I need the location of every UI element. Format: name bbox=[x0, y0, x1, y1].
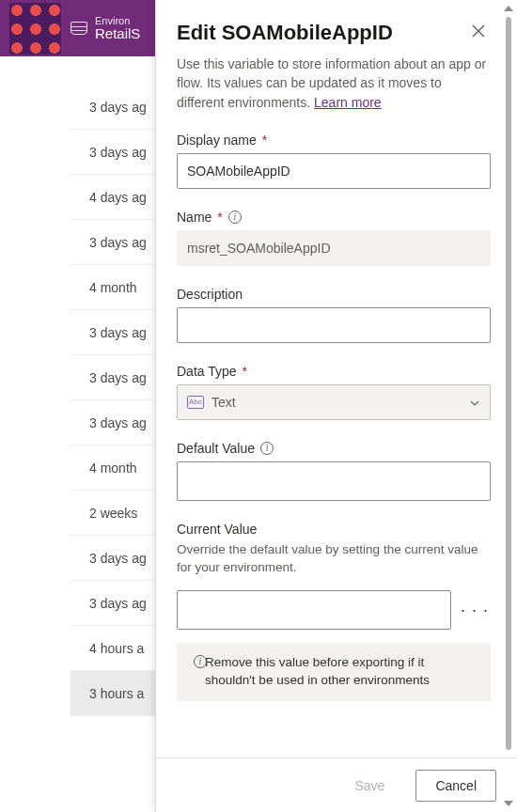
display-name-label: Display name bbox=[177, 133, 257, 148]
scroll-up-icon[interactable] bbox=[504, 6, 513, 11]
info-icon[interactable]: i bbox=[260, 442, 274, 455]
cancel-button[interactable]: Cancel bbox=[415, 770, 496, 802]
display-name-input[interactable] bbox=[177, 153, 491, 189]
data-type-value: Text bbox=[212, 395, 236, 410]
required-icon: * bbox=[217, 210, 222, 225]
env-label: Environ bbox=[95, 15, 140, 26]
data-type-select[interactable]: Abc Text bbox=[177, 384, 491, 420]
description-label: Description bbox=[177, 287, 243, 302]
more-button[interactable]: · · · bbox=[459, 601, 491, 620]
panel-description: Use this variable to store information a… bbox=[177, 55, 491, 112]
default-value-input[interactable] bbox=[177, 461, 491, 501]
panel-title: Edit SOAMobileAppID bbox=[177, 21, 393, 45]
description-input[interactable] bbox=[177, 307, 491, 343]
current-value-label: Current Value bbox=[177, 522, 257, 537]
current-value-note-text: Remove this value before exporting if it… bbox=[205, 655, 430, 687]
save-button[interactable]: Save bbox=[335, 770, 404, 802]
current-value-input[interactable] bbox=[177, 590, 451, 630]
scroll-down-icon[interactable] bbox=[504, 801, 513, 806]
required-icon: * bbox=[262, 133, 267, 148]
scrollbar[interactable] bbox=[504, 6, 513, 806]
edit-variable-panel: Edit SOAMobileAppID Use this variable to… bbox=[155, 0, 517, 812]
current-value-note: i Remove this value before exporting if … bbox=[177, 643, 491, 701]
info-icon[interactable]: i bbox=[228, 211, 242, 224]
default-value-label: Default Value bbox=[177, 441, 255, 456]
app-logo bbox=[9, 3, 61, 55]
required-icon: * bbox=[243, 364, 247, 379]
name-input bbox=[177, 230, 491, 266]
grid-icon bbox=[70, 22, 87, 35]
data-type-label: Data Type bbox=[177, 364, 237, 379]
panel-footer: Save Cancel bbox=[156, 757, 517, 812]
env-name: RetailS bbox=[95, 26, 140, 42]
name-label: Name bbox=[177, 210, 212, 225]
current-value-help: Override the default value by setting th… bbox=[177, 540, 491, 577]
learn-more-link[interactable]: Learn more bbox=[314, 95, 382, 110]
info-icon: i bbox=[194, 655, 207, 668]
chevron-down-icon bbox=[469, 397, 480, 408]
scroll-thumb[interactable] bbox=[506, 17, 511, 750]
close-button[interactable] bbox=[472, 21, 491, 39]
text-type-icon: Abc bbox=[187, 396, 204, 409]
